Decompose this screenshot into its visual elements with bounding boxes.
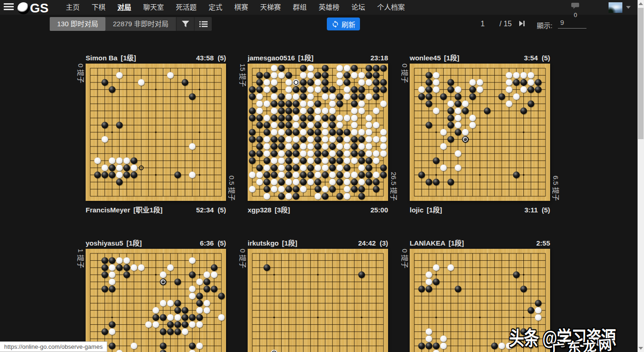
player-top-rank: [1段]	[449, 238, 464, 247]
captures-left-label: 0 提子	[76, 64, 85, 201]
game-bottom-info: FrancisMeyer[职业1段]52:34 (5)	[86, 205, 226, 214]
filter-icon	[181, 20, 190, 28]
refresh-button[interactable]: 刷新	[327, 18, 360, 30]
logo-text: GS	[30, 1, 48, 16]
player-bottom-rank: [1段]	[427, 205, 442, 214]
player-top-time: 24:42 (3)	[358, 239, 388, 247]
player-top-rank: [1段]	[298, 53, 313, 62]
player-bottom-time: 25:00	[371, 206, 388, 214]
player-bottom-rank: [3段]	[275, 205, 290, 214]
game-bottom-info: xgp328[3段]25:00	[248, 205, 388, 214]
player-top-name[interactable]: yoshiyasu5	[86, 239, 123, 247]
show-count-input[interactable]: 9	[558, 18, 586, 29]
player-top-time: 3:54 (5)	[524, 54, 550, 62]
player-top-name[interactable]: Simon Ba	[86, 54, 117, 62]
nav-item-6[interactable]: 棋赛	[228, 0, 254, 15]
player-top-time: 43:58 (5)	[196, 54, 226, 62]
tab-live-games[interactable]: 130 即时对局	[50, 17, 105, 31]
game-list-tabs: 130 即时对局 22879 非即时对局	[50, 17, 212, 31]
go-board-svg	[248, 64, 388, 201]
game-top-info: irkutskgo[1段]24:42 (3)	[248, 238, 388, 247]
player-top-rank: [1段]	[444, 53, 459, 62]
go-board[interactable]	[248, 64, 388, 201]
player-top-time: 6:36 (5)	[200, 239, 226, 247]
chat-count: 0	[570, 12, 580, 18]
game-top-info: yoshiyasu5[1段]6:36 (5)	[86, 238, 226, 247]
player-bottom-name[interactable]: xgp328	[248, 206, 272, 214]
skip-to-last-button[interactable]	[519, 20, 525, 29]
show-label: 顯示:	[537, 20, 552, 30]
go-board[interactable]	[248, 249, 388, 352]
page-current[interactable]: 1	[481, 20, 485, 28]
player-bottom-name[interactable]: FrancisMeyer	[86, 206, 130, 214]
list-icon	[199, 21, 208, 28]
player-top-rank: [1段]	[282, 238, 297, 247]
captures-left-label: 0 提子	[400, 249, 409, 352]
captures-left-label: 15 提子	[238, 64, 247, 201]
scrollbar-down-arrow[interactable]	[638, 347, 643, 350]
nav-item-5[interactable]: 定式	[203, 0, 228, 15]
chat-bubble-icon	[571, 3, 580, 9]
player-top-name[interactable]: irkutskgo	[248, 239, 279, 247]
captures-left-label: 0 提子	[238, 249, 247, 352]
filter-button[interactable]	[176, 17, 194, 31]
captures-right-label: 26.5 提子	[389, 64, 398, 201]
page-total: / 15	[499, 20, 512, 28]
go-board-svg	[410, 64, 550, 201]
player-top-name[interactable]: wonlee45	[410, 54, 441, 62]
game-bottom-info: lojic[1段]3:11 (5)	[410, 205, 550, 214]
scrollbar[interactable]	[638, 0, 644, 352]
scrollbar-up-arrow[interactable]	[638, 2, 643, 5]
nav-menu: 主页下棋对局聊天室死活题定式棋赛天梯赛群组英雄榜论坛个人档案	[60, 0, 411, 15]
chat-indicator[interactable]: 0	[570, 3, 580, 18]
player-top-time: 23:18	[371, 54, 388, 62]
captures-left-label: 0 提子	[400, 64, 409, 201]
go-board-svg	[86, 64, 226, 201]
player-top-name[interactable]: jamesgao0516	[248, 54, 295, 62]
player-top-time: 2:55	[536, 239, 550, 247]
nav-item-11[interactable]: 个人档案	[371, 0, 411, 15]
player-bottom-time: 52:34 (5)	[196, 206, 226, 214]
game-top-info: wonlee45[1段]3:54 (5)	[410, 53, 550, 62]
go-board[interactable]	[86, 64, 226, 201]
nav-item-10[interactable]: 论坛	[345, 0, 371, 15]
player-top-rank: [1段]	[127, 238, 142, 247]
chevron-down-icon[interactable]	[626, 6, 631, 9]
nav-item-9[interactable]: 英雄榜	[313, 0, 345, 15]
player-top-name[interactable]: LANlAKEA	[410, 239, 446, 247]
tab-correspondence-games[interactable]: 22879 非即时对局	[105, 17, 176, 31]
nav-item-7[interactable]: 天梯赛	[254, 0, 287, 15]
nav-item-4[interactable]: 死活题	[170, 0, 203, 15]
ogs-logo[interactable]: GS	[17, 1, 48, 16]
status-url: https://online-go.com/observe-games	[0, 341, 107, 352]
game-top-info: jamesgao0516[1段]23:18	[248, 53, 388, 62]
skip-last-icon	[519, 20, 525, 27]
avatar[interactable]	[609, 2, 622, 13]
game-top-info: LANlAKEA[1段]2:55	[410, 238, 550, 247]
nav-item-3[interactable]: 聊天室	[137, 0, 170, 15]
scrollbar-thumb[interactable]	[638, 8, 644, 139]
go-board[interactable]	[86, 249, 226, 352]
nav-item-0[interactable]: 主页	[60, 0, 86, 15]
nav-item-2[interactable]: 对局	[111, 0, 137, 15]
refresh-icon	[331, 20, 339, 28]
player-bottom-time: 3:11 (5)	[524, 206, 550, 214]
captures-right-label: 0.5 提子	[227, 64, 236, 201]
go-board-svg	[248, 249, 388, 352]
nav-item-1[interactable]: 下棋	[86, 0, 111, 15]
game-top-info: Simon Ba[1级]43:58 (5)	[86, 53, 226, 62]
go-board-svg	[86, 249, 226, 352]
nav-item-8[interactable]: 群组	[287, 0, 313, 15]
go-board[interactable]	[410, 64, 550, 201]
captures-left-label: 1 提子	[76, 249, 85, 352]
menu-icon[interactable]	[4, 3, 14, 12]
player-bottom-name[interactable]: lojic	[410, 206, 424, 214]
refresh-label: 刷新	[342, 19, 355, 29]
captures-right-label: 6.5 提子	[551, 64, 560, 201]
logo-stone-icon	[17, 2, 29, 14]
list-view-button[interactable]	[194, 17, 212, 31]
player-bottom-rank: [职业1段]	[133, 205, 162, 214]
player-top-rank: [1级]	[121, 53, 136, 62]
navbar: GS 主页下棋对局聊天室死活题定式棋赛天梯赛群组英雄榜论坛个人档案 0	[0, 0, 644, 15]
